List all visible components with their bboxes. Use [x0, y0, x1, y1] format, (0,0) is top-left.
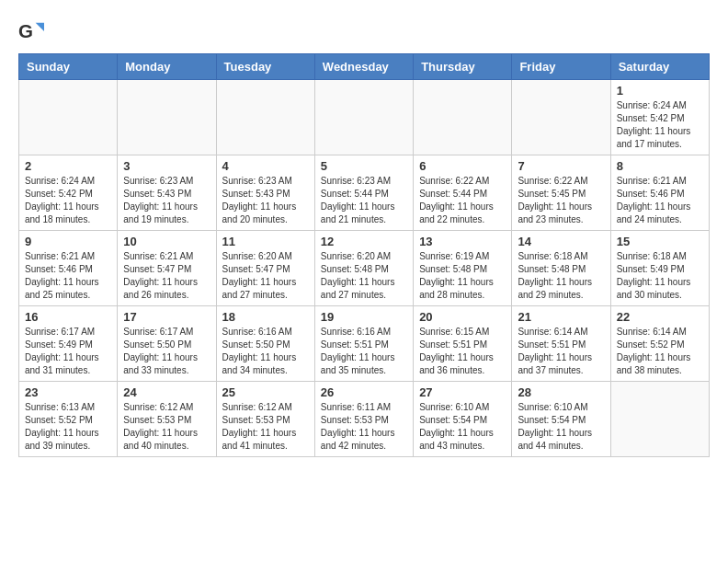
- calendar-week-row: 2Sunrise: 6:24 AM Sunset: 5:42 PM Daylig…: [19, 155, 710, 231]
- day-info: Sunrise: 6:11 AM Sunset: 5:53 PM Dayligh…: [321, 401, 407, 453]
- calendar-header-cell: Wednesday: [314, 54, 413, 80]
- calendar-day-cell: 1Sunrise: 6:24 AM Sunset: 5:42 PM Daylig…: [610, 80, 709, 155]
- calendar-week-row: 9Sunrise: 6:21 AM Sunset: 5:46 PM Daylig…: [19, 231, 710, 306]
- calendar-day-cell: 17Sunrise: 6:17 AM Sunset: 5:50 PM Dayli…: [118, 306, 216, 382]
- calendar-day-cell: 14Sunrise: 6:18 AM Sunset: 5:48 PM Dayli…: [512, 231, 610, 306]
- day-info: Sunrise: 6:21 AM Sunset: 5:46 PM Dayligh…: [617, 175, 703, 226]
- calendar-week-row: 16Sunrise: 6:17 AM Sunset: 5:49 PM Dayli…: [19, 306, 710, 382]
- calendar-header-cell: Thursday: [414, 54, 512, 80]
- day-info: Sunrise: 6:16 AM Sunset: 5:51 PM Dayligh…: [321, 326, 407, 377]
- calendar-day-cell: [512, 80, 610, 155]
- day-info: Sunrise: 6:17 AM Sunset: 5:49 PM Dayligh…: [25, 326, 111, 377]
- logo: G: [18, 18, 46, 44]
- calendar-header-cell: Friday: [512, 54, 610, 80]
- calendar-week-row: 1Sunrise: 6:24 AM Sunset: 5:42 PM Daylig…: [19, 80, 710, 155]
- calendar-day-cell: 22Sunrise: 6:14 AM Sunset: 5:52 PM Dayli…: [610, 306, 709, 382]
- day-number: 17: [123, 310, 210, 324]
- calendar-day-cell: [610, 382, 709, 457]
- day-info: Sunrise: 6:12 AM Sunset: 5:53 PM Dayligh…: [222, 401, 309, 453]
- day-number: 11: [222, 235, 309, 248]
- calendar-day-cell: 2Sunrise: 6:24 AM Sunset: 5:42 PM Daylig…: [19, 155, 118, 231]
- day-info: Sunrise: 6:21 AM Sunset: 5:46 PM Dayligh…: [25, 250, 111, 302]
- day-number: 1: [617, 84, 703, 98]
- day-number: 14: [518, 235, 604, 248]
- calendar-day-cell: [314, 80, 413, 155]
- day-info: Sunrise: 6:24 AM Sunset: 5:42 PM Dayligh…: [25, 175, 111, 226]
- day-number: 6: [419, 159, 506, 173]
- calendar-header-cell: Saturday: [610, 54, 709, 80]
- calendar-day-cell: [19, 80, 118, 155]
- day-info: Sunrise: 6:14 AM Sunset: 5:52 PM Dayligh…: [617, 326, 703, 377]
- calendar-day-cell: 11Sunrise: 6:20 AM Sunset: 5:47 PM Dayli…: [216, 231, 314, 306]
- calendar-day-cell: 9Sunrise: 6:21 AM Sunset: 5:46 PM Daylig…: [19, 231, 118, 306]
- calendar-table: SundayMondayTuesdayWednesdayThursdayFrid…: [18, 53, 710, 457]
- day-number: 8: [617, 159, 703, 173]
- day-info: Sunrise: 6:15 AM Sunset: 5:51 PM Dayligh…: [419, 326, 506, 377]
- calendar-day-cell: 25Sunrise: 6:12 AM Sunset: 5:53 PM Dayli…: [216, 382, 314, 457]
- calendar-week-row: 23Sunrise: 6:13 AM Sunset: 5:52 PM Dayli…: [19, 382, 710, 457]
- calendar-day-cell: 12Sunrise: 6:20 AM Sunset: 5:48 PM Dayli…: [314, 231, 413, 306]
- day-info: Sunrise: 6:13 AM Sunset: 5:52 PM Dayligh…: [25, 401, 111, 453]
- day-info: Sunrise: 6:23 AM Sunset: 5:43 PM Dayligh…: [222, 175, 309, 226]
- svg-text:G: G: [18, 20, 33, 41]
- calendar-day-cell: 7Sunrise: 6:22 AM Sunset: 5:45 PM Daylig…: [512, 155, 610, 231]
- calendar-day-cell: [216, 80, 314, 155]
- calendar-day-cell: 10Sunrise: 6:21 AM Sunset: 5:47 PM Dayli…: [118, 231, 216, 306]
- day-info: Sunrise: 6:23 AM Sunset: 5:44 PM Dayligh…: [321, 175, 407, 226]
- day-number: 20: [419, 310, 506, 324]
- page-header: G: [18, 18, 710, 44]
- day-info: Sunrise: 6:12 AM Sunset: 5:53 PM Dayligh…: [123, 401, 210, 453]
- day-info: Sunrise: 6:22 AM Sunset: 5:44 PM Dayligh…: [419, 175, 506, 226]
- day-number: 16: [25, 310, 111, 324]
- day-number: 3: [123, 159, 210, 173]
- calendar-day-cell: 21Sunrise: 6:14 AM Sunset: 5:51 PM Dayli…: [512, 306, 610, 382]
- calendar-day-cell: [118, 80, 216, 155]
- day-number: 18: [222, 310, 309, 324]
- calendar-day-cell: 27Sunrise: 6:10 AM Sunset: 5:54 PM Dayli…: [414, 382, 512, 457]
- day-info: Sunrise: 6:10 AM Sunset: 5:54 PM Dayligh…: [518, 401, 604, 453]
- day-info: Sunrise: 6:20 AM Sunset: 5:47 PM Dayligh…: [222, 250, 309, 302]
- calendar-day-cell: 23Sunrise: 6:13 AM Sunset: 5:52 PM Dayli…: [19, 382, 118, 457]
- day-number: 28: [518, 385, 604, 399]
- day-number: 21: [518, 310, 604, 324]
- day-number: 4: [222, 159, 309, 173]
- day-number: 19: [321, 310, 407, 324]
- day-number: 15: [617, 235, 703, 248]
- calendar-day-cell: 8Sunrise: 6:21 AM Sunset: 5:46 PM Daylig…: [610, 155, 709, 231]
- day-number: 22: [617, 310, 703, 324]
- day-info: Sunrise: 6:24 AM Sunset: 5:42 PM Dayligh…: [617, 99, 703, 151]
- calendar-day-cell: 24Sunrise: 6:12 AM Sunset: 5:53 PM Dayli…: [118, 382, 216, 457]
- calendar-header-row: SundayMondayTuesdayWednesdayThursdayFrid…: [19, 54, 710, 80]
- day-number: 12: [321, 235, 407, 248]
- calendar-header-cell: Tuesday: [216, 54, 314, 80]
- day-number: 13: [419, 235, 506, 248]
- calendar-day-cell: 13Sunrise: 6:19 AM Sunset: 5:48 PM Dayli…: [414, 231, 512, 306]
- logo-icon: G: [18, 18, 44, 44]
- calendar-day-cell: [414, 80, 512, 155]
- day-number: 2: [25, 159, 111, 173]
- day-info: Sunrise: 6:23 AM Sunset: 5:43 PM Dayligh…: [123, 175, 210, 226]
- day-number: 25: [222, 385, 309, 399]
- calendar-day-cell: 20Sunrise: 6:15 AM Sunset: 5:51 PM Dayli…: [414, 306, 512, 382]
- day-number: 5: [321, 159, 407, 173]
- day-number: 9: [25, 235, 111, 248]
- calendar-day-cell: 5Sunrise: 6:23 AM Sunset: 5:44 PM Daylig…: [314, 155, 413, 231]
- calendar-day-cell: 18Sunrise: 6:16 AM Sunset: 5:50 PM Dayli…: [216, 306, 314, 382]
- day-info: Sunrise: 6:20 AM Sunset: 5:48 PM Dayligh…: [321, 250, 407, 302]
- day-number: 23: [25, 385, 111, 399]
- day-number: 10: [123, 235, 210, 248]
- calendar-day-cell: 19Sunrise: 6:16 AM Sunset: 5:51 PM Dayli…: [314, 306, 413, 382]
- calendar-day-cell: 6Sunrise: 6:22 AM Sunset: 5:44 PM Daylig…: [414, 155, 512, 231]
- day-number: 24: [123, 385, 210, 399]
- calendar-header-cell: Sunday: [19, 54, 118, 80]
- day-info: Sunrise: 6:18 AM Sunset: 5:49 PM Dayligh…: [617, 250, 703, 302]
- day-info: Sunrise: 6:17 AM Sunset: 5:50 PM Dayligh…: [123, 326, 210, 377]
- day-info: Sunrise: 6:16 AM Sunset: 5:50 PM Dayligh…: [222, 326, 309, 377]
- calendar-day-cell: 26Sunrise: 6:11 AM Sunset: 5:53 PM Dayli…: [314, 382, 413, 457]
- day-info: Sunrise: 6:14 AM Sunset: 5:51 PM Dayligh…: [518, 326, 604, 377]
- day-info: Sunrise: 6:18 AM Sunset: 5:48 PM Dayligh…: [518, 250, 604, 302]
- day-number: 26: [321, 385, 407, 399]
- calendar-day-cell: 16Sunrise: 6:17 AM Sunset: 5:49 PM Dayli…: [19, 306, 118, 382]
- day-number: 7: [518, 159, 604, 173]
- calendar-day-cell: 28Sunrise: 6:10 AM Sunset: 5:54 PM Dayli…: [512, 382, 610, 457]
